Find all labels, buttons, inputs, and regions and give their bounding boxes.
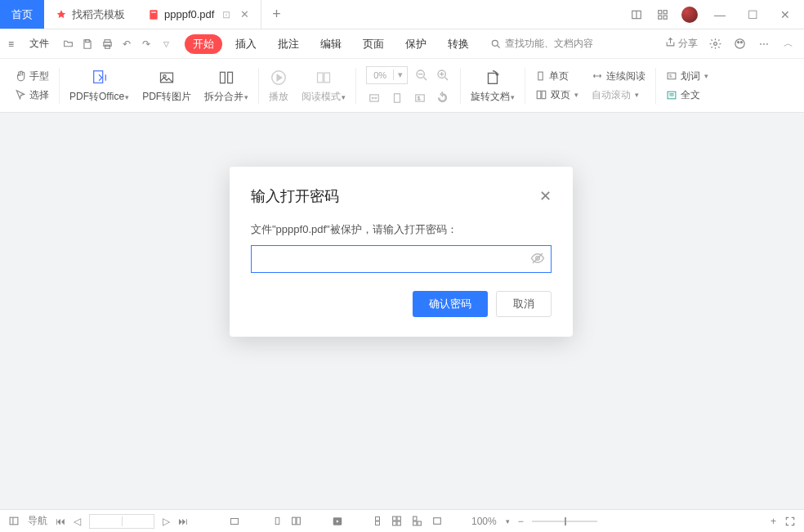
menu-insert[interactable]: 插入 [227, 34, 265, 54]
fullscreen-toggle-icon[interactable] [784, 516, 796, 527]
hand-tool[interactable]: 手型 [15, 69, 49, 83]
zoom-slider[interactable] [532, 521, 597, 522]
svg-line-13 [498, 45, 500, 47]
zoom-in-status[interactable]: + [770, 516, 776, 527]
more-icon[interactable]: ⋯ [757, 37, 771, 51]
menu-page[interactable]: 页面 [355, 34, 392, 54]
toggle-visibility-icon[interactable] [530, 251, 545, 268]
tab-home[interactable]: 首页 [0, 0, 44, 29]
maximize-button[interactable]: ☐ [742, 8, 763, 21]
play-status-icon[interactable] [331, 516, 344, 527]
book-status-icon[interactable] [411, 516, 423, 526]
svg-line-26 [424, 77, 427, 79]
svg-rect-8 [86, 39, 90, 42]
select-tool[interactable]: 选择 [15, 88, 49, 102]
play[interactable]: 播放 [262, 59, 295, 112]
fullscreen-status-icon[interactable] [431, 516, 443, 526]
menu-start[interactable]: 开始 [185, 34, 222, 54]
svg-rect-43 [10, 517, 18, 525]
print-icon[interactable] [100, 37, 114, 51]
settings-icon[interactable] [708, 37, 722, 51]
quick-access: ↶ ↷ ▽ [60, 37, 173, 51]
zoom-dropdown-status-icon[interactable]: ▾ [506, 517, 510, 525]
close-tab-icon[interactable]: ✕ [240, 8, 249, 20]
undo-icon[interactable]: ↶ [119, 37, 134, 51]
continuous-icon [592, 70, 603, 82]
double-view-icon[interactable] [290, 516, 302, 526]
fit-page-icon[interactable] [390, 91, 404, 105]
svg-point-15 [735, 39, 744, 48]
menu-protect[interactable]: 保护 [397, 34, 435, 54]
password-input[interactable] [251, 245, 552, 273]
minimize-button[interactable]: — [709, 8, 730, 21]
search-box[interactable]: 查找功能、文档内容 [490, 37, 593, 51]
menu-edit[interactable]: 编辑 [312, 34, 350, 54]
svg-rect-45 [231, 518, 239, 524]
dict-tool[interactable]: 划词▾ [666, 69, 708, 83]
zoom-value[interactable]: 0%▾ [366, 66, 408, 84]
single-page[interactable]: 单页 [535, 69, 578, 83]
apps-icon[interactable] [655, 7, 670, 22]
layout-icon[interactable] [629, 7, 644, 22]
svg-rect-46 [275, 517, 279, 524]
zoom-dropdown-icon[interactable]: ▾ [393, 69, 407, 80]
zoom-out-icon[interactable] [414, 68, 429, 83]
tab-docell[interactable]: 找稻壳模板 [44, 0, 136, 29]
open-icon[interactable] [60, 37, 75, 51]
menu-convert[interactable]: 转换 [440, 34, 477, 54]
single-view-icon[interactable] [273, 516, 282, 526]
read-mode[interactable]: 阅读模式▾ [295, 59, 352, 112]
svg-rect-52 [393, 516, 396, 521]
rotate-small-icon[interactable] [436, 91, 450, 105]
zoom-group: 0%▾ 1 [360, 59, 457, 112]
double-page[interactable]: 双页▾ [535, 88, 578, 102]
menu-annotate[interactable]: 批注 [270, 34, 307, 54]
pdf-to-office[interactable]: PDF转Office▾ [63, 59, 136, 112]
svg-rect-51 [376, 521, 380, 525]
close-window-button[interactable]: ✕ [775, 8, 796, 21]
new-tab-button[interactable]: + [261, 0, 291, 29]
confirm-button[interactable]: 确认密码 [413, 291, 488, 317]
save-icon[interactable] [80, 37, 95, 51]
zoom-in-icon[interactable] [436, 68, 450, 83]
play-icon [270, 67, 288, 88]
page-input[interactable] [89, 514, 154, 529]
svg-rect-53 [397, 516, 400, 521]
pin-icon[interactable]: ⊡ [222, 9, 230, 20]
tab-label: 找稻壳模板 [72, 7, 125, 22]
search-icon [490, 38, 502, 50]
fulltext-tool[interactable]: 全文 [666, 88, 708, 102]
last-page-icon[interactable]: ⏭ [178, 516, 188, 527]
actual-size-icon[interactable]: 1 [413, 91, 427, 105]
dialog-close-icon[interactable]: ✕ [539, 187, 552, 205]
rotate-icon [482, 67, 503, 88]
continuous-read[interactable]: 连续阅读 [592, 69, 645, 83]
cancel-button[interactable]: 取消 [496, 291, 552, 317]
fit-width-status-icon[interactable] [229, 516, 240, 526]
avatar[interactable] [681, 7, 698, 23]
fit-width-icon[interactable] [367, 91, 382, 105]
pdf-to-image[interactable]: PDF转图片 [136, 59, 198, 112]
tab-file-active[interactable]: ppppf0.pdf ⊡ ✕ [136, 0, 261, 29]
fulltext-icon [666, 90, 677, 101]
dropdown-icon[interactable]: ▽ [159, 37, 173, 51]
rotate-doc[interactable]: 旋转文档▾ [464, 59, 521, 112]
share-button[interactable]: 分享 [665, 37, 698, 51]
hand-icon [15, 70, 26, 82]
nav-pane-toggle[interactable] [8, 516, 20, 526]
prev-page-icon[interactable]: ◁ [74, 516, 81, 527]
auto-scroll[interactable]: 自动滚动▾ [592, 88, 645, 102]
facing-status-icon[interactable] [391, 516, 403, 526]
redo-icon[interactable]: ↷ [139, 37, 154, 51]
next-page-icon[interactable]: ▷ [163, 516, 170, 527]
svg-rect-56 [413, 516, 417, 521]
continuous-status-icon[interactable] [373, 516, 382, 526]
zoom-out-status[interactable]: − [518, 516, 524, 527]
skin-icon[interactable] [732, 37, 747, 51]
svg-point-16 [737, 42, 739, 43]
hamburger-icon[interactable]: ≡ [8, 38, 25, 50]
split-merge[interactable]: 拆分合并▾ [198, 59, 255, 112]
collapse-ribbon-icon[interactable]: ︿ [781, 37, 796, 51]
menu-file[interactable]: 文件 [29, 37, 49, 51]
first-page-icon[interactable]: ⏮ [56, 516, 65, 527]
